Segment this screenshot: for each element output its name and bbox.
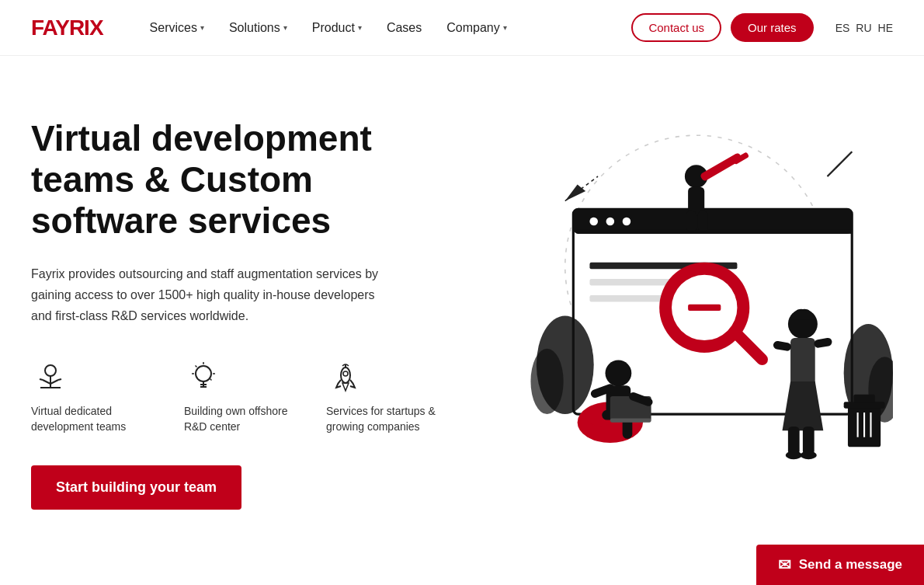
hero-title: Virtual development teams & Custom softw… — [31, 118, 450, 242]
nav-cases[interactable]: Cases — [387, 21, 422, 35]
language-switcher: ES RU HE — [835, 22, 893, 34]
feature-offshore-label: Building own offshore R&D center — [184, 404, 295, 434]
services-dropdown-arrow: ▾ — [200, 23, 204, 32]
svg-rect-38 — [688, 305, 721, 311]
svg-rect-29 — [578, 230, 853, 234]
lang-es[interactable]: ES — [835, 22, 850, 34]
svg-rect-62 — [788, 427, 800, 455]
nav-solutions[interactable]: Solutions ▾ — [229, 21, 287, 35]
svg-point-65 — [801, 451, 817, 460]
product-dropdown-arrow: ▾ — [358, 23, 362, 32]
svg-rect-63 — [803, 427, 815, 455]
svg-line-23 — [828, 151, 853, 176]
cta-button[interactable]: Start building your team — [31, 465, 241, 510]
svg-point-18 — [341, 367, 350, 383]
svg-line-24 — [835, 164, 839, 168]
svg-line-2 — [43, 380, 50, 384]
svg-point-31 — [606, 218, 615, 226]
nav-product[interactable]: Product ▾ — [312, 21, 362, 35]
nav-company[interactable]: Company ▾ — [446, 21, 506, 35]
lang-ru[interactable]: RU — [856, 22, 871, 34]
svg-line-3 — [50, 380, 58, 384]
hero-svg-illustration — [450, 103, 893, 472]
feature-startups: Services for startups & growing companie… — [326, 357, 450, 434]
feature-offshore: Building own offshore R&D center — [184, 357, 295, 434]
svg-line-7 — [58, 379, 61, 380]
svg-point-32 — [623, 218, 631, 226]
hero-description: Fayrix provides outsourcing and staff au… — [31, 263, 388, 327]
svg-rect-70 — [700, 152, 743, 182]
svg-line-17 — [210, 379, 211, 381]
svg-point-19 — [343, 371, 348, 376]
svg-line-6 — [40, 379, 43, 380]
svg-rect-73 — [698, 211, 708, 231]
hero-content: Virtual development teams & Custom softw… — [31, 103, 450, 510]
nav-links: Services ▾ Solutions ▾ Product ▾ Cases C… — [150, 21, 632, 35]
svg-point-30 — [589, 218, 598, 226]
svg-line-16 — [195, 366, 196, 367]
team-icon — [31, 357, 70, 396]
send-message-bar[interactable]: ✉ Send a message — [756, 545, 924, 585]
envelope-icon: ✉ — [778, 555, 791, 574]
svg-point-52 — [606, 360, 632, 386]
logo[interactable]: FAYRIX — [31, 16, 103, 40]
svg-point-0 — [45, 365, 56, 376]
svg-rect-46 — [853, 395, 874, 403]
hero-section: Virtual development teams & Custom softw… — [0, 56, 924, 541]
svg-rect-72 — [686, 211, 696, 231]
contact-button[interactable]: Contact us — [631, 13, 721, 42]
logo-text: FAYRIX — [31, 16, 103, 40]
feature-virtual-teams-label: Virtual dedicated development teams — [31, 404, 153, 434]
svg-rect-57 — [610, 418, 651, 422]
feature-startups-label: Services for startups & growing companie… — [326, 404, 450, 434]
nav-actions: Contact us Our rates ES RU HE — [631, 13, 893, 42]
bulb-icon — [184, 357, 223, 396]
nav-services[interactable]: Services ▾ — [150, 21, 204, 35]
rates-button[interactable]: Our rates — [731, 13, 814, 42]
svg-point-8 — [196, 366, 211, 381]
feature-virtual-teams: Virtual dedicated development teams — [31, 357, 153, 434]
svg-rect-45 — [844, 402, 885, 408]
svg-point-64 — [786, 451, 802, 460]
send-message-label: Send a message — [799, 557, 902, 573]
hero-illustration — [450, 103, 893, 472]
svg-point-41 — [530, 349, 563, 414]
svg-marker-25 — [565, 185, 585, 201]
hero-features: Virtual dedicated development teams — [31, 357, 450, 434]
lang-he[interactable]: HE — [878, 22, 893, 34]
navbar: FAYRIX Services ▾ Solutions ▾ Product ▾ … — [0, 0, 924, 56]
rocket-icon — [326, 357, 365, 396]
solutions-dropdown-arrow: ▾ — [283, 23, 287, 32]
company-dropdown-arrow: ▾ — [503, 23, 507, 32]
